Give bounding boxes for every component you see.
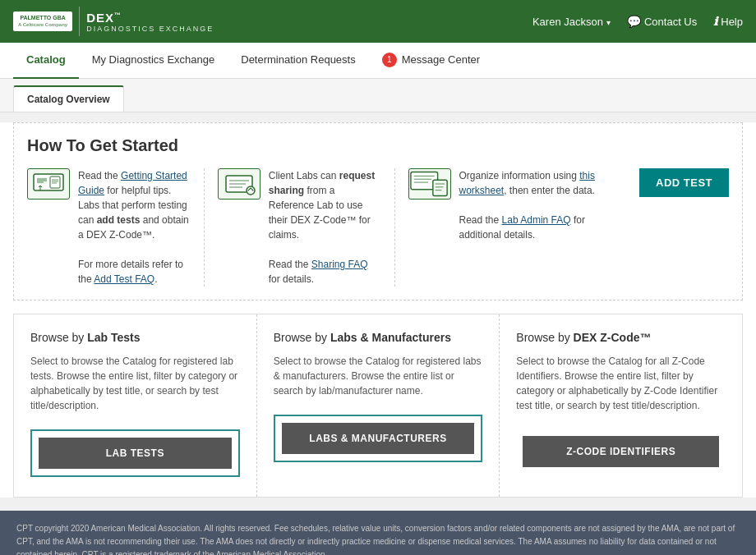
how-to-text-1: Read the Getting Started Guide for helpf… bbox=[78, 168, 191, 287]
logo-divider bbox=[79, 7, 80, 36]
zcode-identifiers-button[interactable]: Z-CODE IDENTIFIERS bbox=[523, 436, 719, 467]
browse-labs-manufacturers: Browse by Labs & Manufacturers Select to… bbox=[257, 314, 500, 497]
how-to-item-1: Read the Getting Started Guide for helpf… bbox=[27, 168, 205, 287]
dex-logo-title: DEX™ bbox=[86, 11, 214, 25]
user-menu[interactable]: Karen Jackson bbox=[532, 16, 611, 28]
lab-tests-button[interactable]: LAB TESTS bbox=[39, 438, 232, 469]
tab-bar: Catalog Overview bbox=[0, 79, 756, 112]
how-to-title: How To Get Started bbox=[27, 136, 729, 155]
getting-started-link[interactable]: Getting Started Guide bbox=[78, 170, 187, 196]
main-content: How To Get Started bbox=[0, 122, 756, 498]
palmetto-logo: PALMETTO GBA A Celticare Company bbox=[13, 11, 72, 31]
header: PALMETTO GBA A Celticare Company DEX™ DI… bbox=[0, 0, 756, 43]
how-to-text-2: Client Labs can request sharing from a R… bbox=[269, 168, 381, 287]
nav-determination-requests[interactable]: Determination Requests bbox=[228, 43, 368, 79]
browse-lab-tests-title: Browse by Lab Tests bbox=[30, 331, 240, 344]
browse-section: Browse by Lab Tests Select to browse the… bbox=[13, 314, 743, 498]
browse-labs-title: Browse by Labs & Manufacturers bbox=[274, 331, 483, 344]
header-left: PALMETTO GBA A Celticare Company DEX™ DI… bbox=[13, 7, 214, 36]
nav-message-center[interactable]: 1 Message Center bbox=[369, 43, 493, 79]
add-test-section: ADD TEST bbox=[630, 168, 729, 197]
how-to-icon-2 bbox=[218, 168, 260, 200]
how-to-icon-3 bbox=[408, 168, 451, 200]
footer: CPT copyright 2020 American Medical Asso… bbox=[0, 511, 756, 555]
logo-area: PALMETTO GBA A Celticare Company DEX™ DI… bbox=[13, 7, 214, 36]
labs-manufacturers-button[interactable]: LABS & MANUFACTURERS bbox=[282, 423, 475, 454]
svg-rect-19 bbox=[432, 180, 446, 195]
main-nav: Catalog My Diagnostics Exchange Determin… bbox=[0, 43, 756, 79]
nav-my-diagnostics[interactable]: My Diagnostics Exchange bbox=[79, 43, 228, 79]
zcode-btn-wrapper: Z-CODE IDENTIFIERS bbox=[516, 429, 726, 474]
contact-us-label: Contact Us bbox=[644, 16, 697, 28]
sharing-faq-link[interactable]: Sharing FAQ bbox=[311, 259, 368, 270]
how-to-section: How To Get Started bbox=[13, 122, 743, 300]
browse-zcode-desc: Select to browse the Catalog for all Z-C… bbox=[516, 354, 726, 413]
footer-line1: CPT copyright 2020 American Medical Asso… bbox=[16, 522, 740, 555]
browse-lab-tests: Browse by Lab Tests Select to browse the… bbox=[14, 314, 257, 497]
how-to-item-2: Client Labs can request sharing from a R… bbox=[218, 168, 395, 287]
user-name-label: Karen Jackson bbox=[532, 16, 603, 28]
header-right: Karen Jackson Contact Us Help bbox=[532, 15, 743, 28]
worksheet-link[interactable]: worksheet bbox=[459, 185, 505, 196]
how-to-grid: Read the Getting Started Guide for helpf… bbox=[27, 168, 729, 287]
logo-text: DEX™ DIAGNOSTICS EXCHANGE bbox=[86, 11, 214, 33]
message-badge: 1 bbox=[382, 53, 397, 67]
dex-logo-subtitle: DIAGNOSTICS EXCHANGE bbox=[86, 25, 214, 33]
lab-admin-faq-link[interactable]: Lab Admin FAQ bbox=[502, 214, 571, 226]
help-label: Help bbox=[721, 16, 743, 28]
lab-tests-btn-wrapper: LAB TESTS bbox=[30, 429, 240, 477]
how-to-icon-1 bbox=[27, 168, 70, 200]
contact-us-button[interactable]: Contact Us bbox=[627, 15, 697, 28]
how-to-item-3: Organize information using this workshee… bbox=[408, 168, 618, 242]
tab-catalog-overview[interactable]: Catalog Overview bbox=[13, 85, 124, 112]
labs-manufacturers-btn-wrapper: LABS & MANUFACTURERS bbox=[274, 415, 483, 462]
add-test-button[interactable]: ADD TEST bbox=[639, 168, 729, 197]
browse-labs-desc: Select to browse the Catalog for registe… bbox=[274, 354, 483, 398]
add-test-faq-link[interactable]: Add Test FAQ bbox=[94, 273, 154, 285]
browse-zcode-title: Browse by DEX Z-Code™ bbox=[516, 331, 726, 344]
chat-icon bbox=[627, 15, 641, 28]
nav-catalog[interactable]: Catalog bbox=[13, 43, 79, 79]
browse-zcode: Browse by DEX Z-Code™ Select to browse t… bbox=[500, 314, 742, 497]
how-to-text-3: Organize information using this workshee… bbox=[459, 168, 605, 242]
this-link[interactable]: this bbox=[579, 170, 595, 181]
chevron-down-icon bbox=[606, 16, 611, 28]
help-button[interactable]: Help bbox=[713, 15, 743, 28]
info-icon bbox=[713, 15, 717, 28]
svg-rect-5 bbox=[50, 177, 60, 188]
browse-lab-tests-desc: Select to browse the Catalog for registe… bbox=[30, 354, 240, 413]
